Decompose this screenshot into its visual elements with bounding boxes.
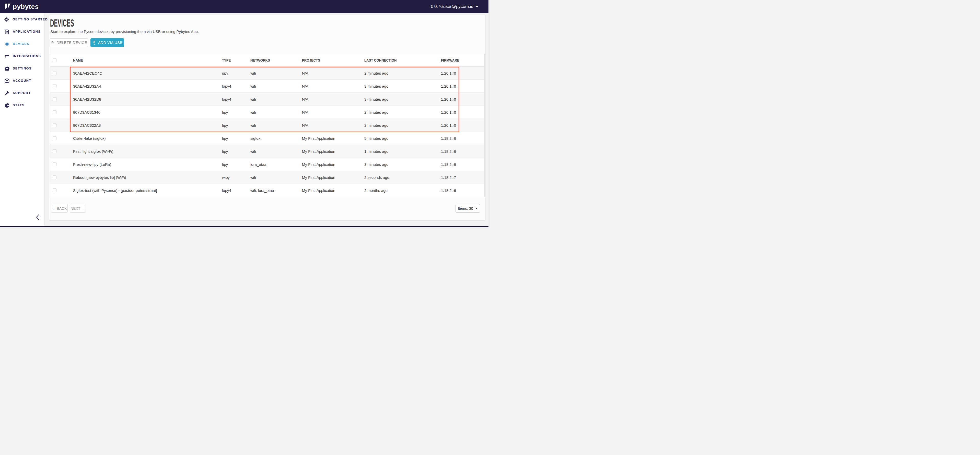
row-checkbox[interactable] — [52, 71, 56, 75]
cell-projects: N/A — [302, 84, 309, 88]
row-checkbox[interactable] — [52, 162, 56, 166]
pie-chart-icon — [4, 102, 10, 108]
cell-firmware: 1.20.1.r0 — [441, 71, 456, 75]
row-checkbox[interactable] — [52, 189, 56, 192]
row-checkbox[interactable] — [52, 150, 56, 153]
cell-networks: lora_otaa — [250, 162, 266, 167]
row-checkbox[interactable] — [52, 84, 56, 88]
delete-device-button[interactable]: DELETE DEVICE — [49, 38, 88, 47]
cell-name: 30AEA42D32D8 — [73, 97, 101, 102]
cell-last-connection: 1 minutes ago — [364, 149, 388, 154]
cell-firmware: 1.18.2.r6 — [441, 162, 456, 167]
trash-icon — [51, 41, 54, 45]
cell-last-connection: 2 months ago — [364, 188, 388, 192]
app-window: pybytes € 0.76 user@pycom.io GETTING STA… — [0, 0, 490, 228]
devices-table: NAME TYPE NETWORKS PROJECTS LAST CONNECT… — [50, 54, 485, 197]
row-checkbox[interactable] — [52, 137, 56, 140]
table-header-row: NAME TYPE NETWORKS PROJECTS LAST CONNECT… — [50, 54, 484, 67]
gear-icon — [4, 66, 10, 71]
add-via-usb-label: ADD VIA USB — [98, 41, 123, 45]
cell-projects: My First Application — [302, 136, 335, 140]
window-bottom-edge — [0, 226, 490, 228]
sidebar-item-settings[interactable]: SETTINGS — [0, 62, 45, 75]
table-row: 807D3AC31340fipywifiN/A2 minutes ago1.20… — [50, 106, 484, 119]
sidebar-collapse-button[interactable] — [35, 214, 40, 221]
table-row: 30AEA42D32D8lopy4wifiN/A3 minutes ago1.2… — [50, 93, 484, 106]
cell-type: lopy4 — [222, 84, 231, 88]
table-row: Crater-lake (sigfox)fipysigfoxMy First A… — [50, 132, 484, 145]
sidebar-item-label: GETTING STARTED — [13, 18, 48, 21]
sidebar-item-label: SETTINGS — [13, 67, 32, 70]
pybytes-logo[interactable]: pybytes — [5, 0, 39, 13]
sidebar-item-getting-started[interactable]: GETTING STARTED — [0, 13, 45, 25]
table-row: Reboot [new pybytes lib] (WiFi)wipywifiM… — [50, 171, 484, 184]
account-balance: € 0.76 — [431, 0, 443, 13]
row-checkbox[interactable] — [52, 97, 56, 101]
cell-name: 30AEA42D32A4 — [73, 84, 101, 88]
logo-text: pybytes — [13, 3, 39, 11]
column-header-networks: NETWORKS — [250, 58, 270, 63]
arrows-exchange-icon — [4, 53, 10, 59]
cell-firmware: 1.20.1.r0 — [441, 84, 456, 88]
sidebar-item-devices[interactable]: DEVICES — [0, 38, 45, 50]
row-checkbox[interactable] — [52, 110, 56, 114]
table-row: 807D3AC322A8fipywifiN/A2 minutes ago1.20… — [50, 119, 484, 132]
next-button[interactable]: NEXT → — [70, 204, 86, 213]
cell-type: wipy — [222, 175, 230, 180]
cell-name: Reboot [new pybytes lib] (WiFi) — [73, 175, 126, 180]
cell-last-connection: 2 seconds ago — [364, 175, 389, 180]
cell-projects: N/A — [302, 123, 309, 127]
items-per-page-dropdown[interactable]: Items: 30 — [455, 204, 480, 213]
back-button[interactable]: ← BACK — [51, 204, 68, 213]
chevron-down-icon — [476, 6, 478, 7]
user-menu-button[interactable]: user@pycom.io — [443, 0, 478, 13]
row-checkbox[interactable] — [52, 175, 56, 179]
sidebar-item-stats[interactable]: STATS — [0, 99, 45, 111]
cell-networks: wifi — [250, 110, 256, 115]
cell-projects: N/A — [302, 97, 309, 102]
cell-name: 30AEA42CEC4C — [73, 71, 102, 75]
items-per-page-label: Items: 30 — [458, 207, 473, 210]
cell-name: First flight sigfox (Wi-Fi) — [73, 149, 113, 154]
cell-firmware: 1.20.1.r0 — [441, 97, 456, 102]
column-header-type: TYPE — [222, 58, 231, 63]
sidebar-item-account[interactable]: ACCOUNT — [0, 75, 45, 87]
cell-networks: wifi — [250, 71, 256, 75]
cell-firmware: 1.18.2.r6 — [441, 188, 456, 192]
table-row: 30AEA42CEC4CgpywifiN/A2 minutes ago1.20.… — [50, 67, 484, 80]
row-checkbox[interactable] — [52, 123, 56, 127]
cell-networks: wifi — [250, 97, 256, 102]
cell-type: lopy4 — [222, 97, 231, 102]
user-icon — [4, 78, 10, 84]
cell-networks: wifi — [250, 84, 256, 88]
cell-firmware: 1.20.1.r0 — [441, 110, 456, 115]
select-all-checkbox[interactable] — [52, 58, 56, 62]
pycom-logo-icon — [5, 3, 11, 10]
cell-last-connection: 5 minutes ago — [364, 136, 388, 140]
top-bar: pybytes € 0.76 user@pycom.io — [0, 0, 490, 13]
sun-icon — [4, 17, 10, 22]
add-via-usb-button[interactable]: ADD VIA USB — [91, 38, 124, 47]
cell-last-connection: 2 minutes ago — [364, 110, 388, 115]
page-title: DEVICES — [50, 17, 96, 29]
cell-name: Crater-lake (sigfox) — [73, 136, 106, 140]
sidebar-item-support[interactable]: SUPPORT — [0, 87, 45, 99]
cell-networks: wifi, lora_otaa — [250, 188, 274, 192]
column-header-projects: PROJECTS — [302, 58, 320, 63]
cell-firmware: 1.18.2.r6 — [441, 136, 456, 140]
cell-projects: My First Application — [302, 175, 335, 180]
chip-icon — [4, 41, 10, 47]
cell-firmware: 1.20.1.r0 — [441, 123, 456, 127]
cell-projects: My First Application — [302, 188, 335, 192]
sidebar-item-applications[interactable]: APPLICATIONS — [0, 25, 45, 38]
scrollbar[interactable] — [488, 0, 490, 228]
code-file-icon — [4, 29, 10, 35]
table-row: 30AEA42D32A4lopy4wifiN/A3 minutes ago1.2… — [50, 80, 484, 93]
page-subtitle: Start to explore the Pycom devices by pr… — [50, 29, 199, 34]
column-header-name: NAME — [73, 58, 83, 63]
cell-last-connection: 3 minutes ago — [364, 162, 388, 167]
cell-type: gpy — [222, 71, 228, 75]
sidebar-item-integrations[interactable]: INTEGRATIONS — [0, 50, 45, 62]
column-header-firmware: FIRMWARE — [441, 58, 459, 63]
cell-last-connection: 2 minutes ago — [364, 123, 388, 127]
